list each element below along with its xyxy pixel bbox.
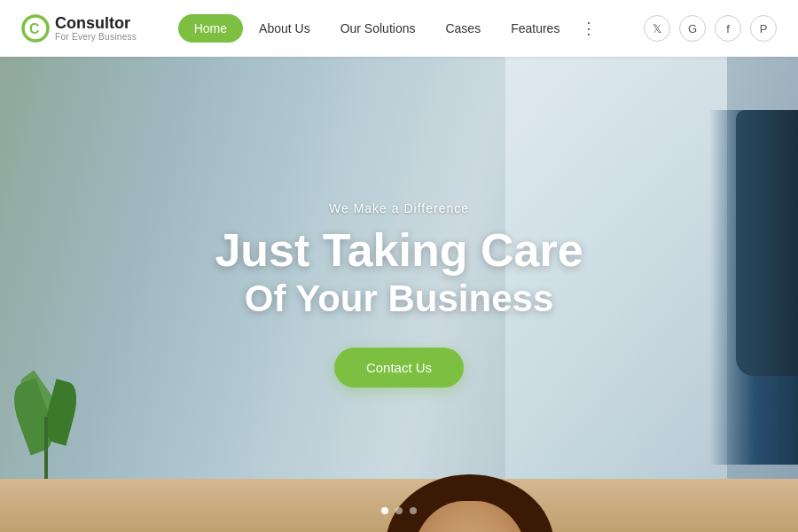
hero-content: We Make a Difference Just Taking Care Of…	[133, 201, 665, 387]
contact-us-button[interactable]: Contact Us	[334, 348, 464, 387]
nav-more-button[interactable]: ⋮	[575, 15, 602, 42]
twitter-icon[interactable]: 𝕏	[644, 15, 670, 42]
slider-dot-1[interactable]	[381, 507, 388, 514]
slider-dots	[381, 507, 417, 514]
social-links: 𝕏 G f P	[644, 15, 777, 42]
brand-subtitle: For Every Business	[55, 32, 137, 42]
slider-dot-3[interactable]	[410, 507, 417, 514]
nav-menu: Home About Us Our Solutions Cases Featur…	[178, 14, 603, 43]
plant-stem	[44, 417, 48, 488]
pinterest-icon[interactable]: P	[750, 15, 777, 42]
facebook-icon[interactable]: f	[715, 15, 741, 42]
hero-section: We Make a Difference Just Taking Care Of…	[0, 57, 798, 532]
nav-item-about[interactable]: About Us	[245, 14, 325, 43]
google-plus-icon[interactable]: G	[679, 15, 706, 42]
hero-title-line1: Just Taking Care	[133, 226, 665, 275]
svg-text:C: C	[29, 21, 40, 36]
chair-decoration	[709, 110, 798, 465]
hero-tagline: We Make a Difference	[133, 201, 665, 215]
nav-item-home[interactable]: Home	[178, 14, 243, 43]
nav-item-solutions[interactable]: Our Solutions	[326, 14, 430, 43]
slider-dot-2[interactable]	[395, 507, 403, 514]
navbar: C Consultor For Every Business Home Abou…	[0, 0, 798, 57]
hero-title-line2: Of Your Business	[133, 278, 665, 319]
chair-back	[736, 110, 798, 376]
nav-item-features[interactable]: Features	[497, 14, 574, 43]
brand-title: Consultor	[55, 15, 137, 33]
logo[interactable]: C Consultor For Every Business	[21, 14, 137, 43]
logo-icon: C	[21, 14, 50, 43]
nav-item-cases[interactable]: Cases	[431, 14, 495, 43]
logo-text: Consultor For Every Business	[55, 15, 137, 43]
